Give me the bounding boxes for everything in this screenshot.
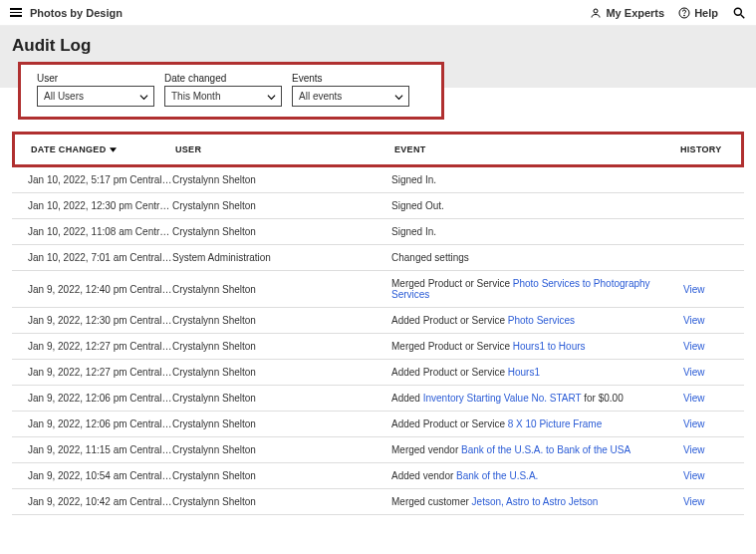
view-link[interactable]: View bbox=[683, 284, 705, 295]
cell-history: View bbox=[683, 341, 738, 352]
help-icon bbox=[678, 7, 690, 19]
event-link[interactable]: Photo Services bbox=[508, 315, 575, 326]
cell-event: Signed In. bbox=[391, 174, 683, 185]
event-link[interactable]: Bank of the U.S.A. bbox=[456, 470, 538, 481]
brand: Photos by Design bbox=[30, 7, 123, 19]
table-row: Jan 10, 2022, 11:08 am Central Stand…Cry… bbox=[12, 219, 744, 245]
cell-history: View bbox=[683, 284, 738, 295]
cell-date: Jan 9, 2022, 12:27 pm Central Standa… bbox=[18, 367, 172, 378]
cell-user: Crystalynn Shelton bbox=[172, 444, 391, 455]
svg-point-2 bbox=[684, 15, 685, 16]
col-header-history[interactable]: HISTORY bbox=[680, 144, 735, 154]
filter-user: User All Users bbox=[37, 73, 154, 107]
cell-user: Crystalynn Shelton bbox=[172, 418, 391, 429]
events-select-value: All events bbox=[299, 91, 342, 102]
cell-user: Crystalynn Shelton bbox=[172, 470, 391, 481]
chevron-down-icon bbox=[139, 91, 148, 102]
event-link[interactable]: 8 X 10 Picture Frame bbox=[508, 418, 602, 429]
cell-event: Added Product or Service Hours1 bbox=[391, 367, 683, 378]
chevron-down-icon bbox=[394, 91, 403, 102]
filter-events-label: Events bbox=[292, 73, 409, 84]
cell-date: Jan 9, 2022, 10:54 am Central Standa… bbox=[18, 470, 172, 481]
event-link[interactable]: Jetson, Astro to Astro Jetson bbox=[472, 496, 599, 507]
cell-user: Crystalynn Shelton bbox=[172, 496, 391, 507]
col-header-date[interactable]: DATE CHANGED bbox=[21, 144, 175, 154]
cell-event: Added Product or Service 8 X 10 Picture … bbox=[391, 418, 683, 429]
event-link[interactable]: Bank of the U.S.A. to Bank of the USA bbox=[461, 444, 630, 455]
cell-user: Crystalynn Shelton bbox=[172, 315, 391, 326]
cell-user: Crystalynn Shelton bbox=[172, 393, 391, 404]
cell-date: Jan 9, 2022, 12:06 pm Central Standa… bbox=[18, 418, 172, 429]
date-select[interactable]: This Month bbox=[164, 86, 282, 107]
user-select[interactable]: All Users bbox=[37, 86, 154, 107]
cell-date: Jan 9, 2022, 12:30 pm Central Standa… bbox=[18, 315, 172, 326]
table-row: Jan 9, 2022, 12:06 pm Central Standa…Cry… bbox=[12, 386, 744, 412]
table-row: Jan 9, 2022, 12:40 pm Central Standa…Cry… bbox=[12, 271, 744, 308]
page-title: Audit Log bbox=[12, 36, 744, 56]
event-link[interactable]: Inventory Starting Value No. START bbox=[423, 393, 582, 404]
cell-event: Signed In. bbox=[391, 226, 683, 237]
event-link[interactable]: Hours1 bbox=[508, 367, 540, 378]
view-link[interactable]: View bbox=[683, 341, 705, 352]
cell-event: Signed Out. bbox=[391, 200, 683, 211]
view-link[interactable]: View bbox=[683, 418, 705, 429]
cell-date: Jan 10, 2022, 5:17 pm Central Standa… bbox=[18, 174, 172, 185]
my-experts-button[interactable]: My Experts bbox=[590, 7, 664, 19]
svg-point-3 bbox=[734, 8, 741, 15]
view-link[interactable]: View bbox=[683, 315, 705, 326]
cell-user: Crystalynn Shelton bbox=[172, 226, 391, 237]
table-row: Jan 9, 2022, 12:30 pm Central Standa…Cry… bbox=[12, 308, 744, 334]
filter-user-label: User bbox=[37, 73, 154, 84]
cell-event: Merged vendor Bank of the U.S.A. to Bank… bbox=[391, 444, 683, 455]
cell-date: Jan 9, 2022, 10:42 am Central Standa… bbox=[18, 496, 172, 507]
table-row: Jan 9, 2022, 10:42 am Central Standa…Cry… bbox=[12, 489, 744, 515]
table-row: Jan 9, 2022, 10:54 am Central Standa…Cry… bbox=[12, 463, 744, 489]
cell-history: View bbox=[683, 496, 738, 507]
cell-date: Jan 9, 2022, 11:15 am Central Standa… bbox=[18, 444, 172, 455]
cell-event: Added Product or Service Photo Services bbox=[391, 315, 683, 326]
cell-user: Crystalynn Shelton bbox=[172, 284, 391, 295]
event-link[interactable]: Hours1 to Hours bbox=[513, 341, 586, 352]
cell-history: View bbox=[683, 315, 738, 326]
col-header-event[interactable]: EVENT bbox=[394, 144, 680, 154]
table-row: Jan 9, 2022, 11:15 am Central Standa…Cry… bbox=[12, 437, 744, 463]
date-select-value: This Month bbox=[171, 91, 220, 102]
filter-date: Date changed This Month bbox=[164, 73, 282, 107]
events-select[interactable]: All events bbox=[292, 86, 409, 107]
view-link[interactable]: View bbox=[683, 470, 705, 481]
cell-history: View bbox=[683, 444, 738, 455]
cell-date: Jan 9, 2022, 12:27 pm Central Standa… bbox=[18, 341, 172, 352]
svg-point-0 bbox=[594, 9, 598, 13]
view-link[interactable]: View bbox=[683, 444, 705, 455]
table-row: Jan 9, 2022, 12:27 pm Central Standa…Cry… bbox=[12, 360, 744, 386]
audit-table: DATE CHANGED USER EVENT HISTORY Jan 10, … bbox=[12, 132, 744, 515]
table-row: Jan 10, 2022, 7:01 am Central Standa…Sys… bbox=[12, 245, 744, 271]
table-row: Jan 9, 2022, 12:06 pm Central Standa…Cry… bbox=[12, 412, 744, 437]
filter-events: Events All events bbox=[292, 73, 409, 107]
user-select-value: All Users bbox=[44, 91, 84, 102]
cell-user: Crystalynn Shelton bbox=[172, 174, 391, 185]
cell-date: Jan 9, 2022, 12:06 pm Central Standa… bbox=[18, 393, 172, 404]
menu-icon[interactable] bbox=[10, 8, 22, 17]
help-label: Help bbox=[694, 7, 718, 19]
cell-event: Added vendor Bank of the U.S.A. bbox=[391, 470, 683, 481]
cell-date: Jan 9, 2022, 12:40 pm Central Standa… bbox=[18, 284, 172, 295]
cell-user: Crystalynn Shelton bbox=[172, 367, 391, 378]
cell-history: View bbox=[683, 418, 738, 429]
table-body: Jan 10, 2022, 5:17 pm Central Standa…Cry… bbox=[12, 167, 744, 515]
table-header: DATE CHANGED USER EVENT HISTORY bbox=[12, 132, 744, 167]
view-link[interactable]: View bbox=[683, 367, 705, 378]
view-link[interactable]: View bbox=[683, 393, 705, 404]
search-button[interactable] bbox=[732, 6, 746, 20]
col-header-user[interactable]: USER bbox=[175, 144, 394, 154]
cell-user: Crystalynn Shelton bbox=[172, 341, 391, 352]
cell-event: Merged customer Jetson, Astro to Astro J… bbox=[391, 496, 683, 507]
svg-line-4 bbox=[741, 14, 745, 18]
help-button[interactable]: Help bbox=[678, 7, 718, 19]
chevron-down-icon bbox=[267, 91, 276, 102]
view-link[interactable]: View bbox=[683, 496, 705, 507]
sort-desc-icon bbox=[110, 144, 117, 154]
table-row: Jan 9, 2022, 12:27 pm Central Standa…Cry… bbox=[12, 334, 744, 360]
cell-date: Jan 10, 2022, 7:01 am Central Standa… bbox=[18, 252, 172, 263]
cell-user: Crystalynn Shelton bbox=[172, 200, 391, 211]
